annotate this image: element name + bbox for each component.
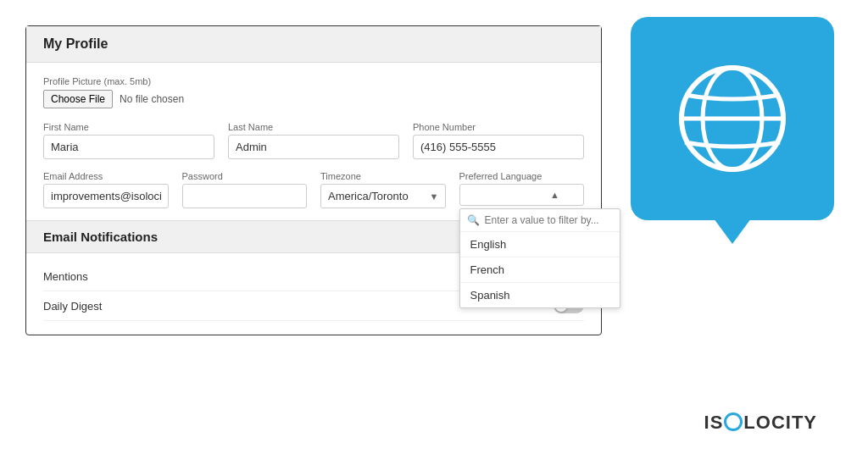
logo-text-iso: IS — [704, 412, 724, 433]
timezone-select[interactable]: America/Toronto America/New_York America… — [320, 184, 446, 208]
no-file-text: No file chosen — [120, 93, 184, 105]
phone-input[interactable] — [413, 135, 584, 159]
globe-bubble — [631, 17, 834, 220]
last-name-input[interactable] — [228, 135, 399, 159]
globe-icon — [665, 51, 800, 186]
email-label: Email Address — [43, 171, 169, 181]
search-icon: 🔍 — [467, 214, 480, 226]
card-body: Profile Picture (max. 5mb) Choose File N… — [26, 63, 601, 335]
email-input[interactable] — [43, 184, 169, 208]
language-search-container: 🔍 — [460, 209, 620, 232]
language-chevron-icon: ▲ — [550, 190, 559, 200]
profile-picture-label: Profile Picture (max. 5mb) — [43, 76, 584, 86]
preferred-language-label: Preferred Language — [459, 171, 585, 181]
choose-file-button[interactable]: Choose File — [43, 90, 113, 108]
isolocity-logo: ISLOCITY — [704, 411, 817, 434]
email-group: Email Address — [43, 171, 169, 208]
password-input[interactable] — [182, 184, 308, 208]
mentions-label: Mentions — [43, 270, 88, 283]
last-name-group: Last Name — [228, 122, 399, 159]
language-option-english[interactable]: English — [460, 232, 620, 257]
language-option-spanish[interactable]: Spanish — [460, 283, 620, 307]
first-name-label: First Name — [43, 122, 214, 132]
language-search-input[interactable] — [485, 214, 613, 226]
preferred-language-trigger[interactable]: ▲ — [459, 184, 585, 206]
timezone-select-wrapper: America/Toronto America/New_York America… — [320, 184, 446, 208]
profile-card: My Profile Profile Picture (max. 5mb) Ch… — [25, 25, 602, 335]
language-dropdown: 🔍 English French Spanish — [459, 208, 620, 308]
last-name-label: Last Name — [228, 122, 399, 132]
card-header: My Profile — [26, 26, 601, 63]
first-name-input[interactable] — [43, 135, 214, 159]
daily-digest-label: Daily Digest — [43, 300, 102, 313]
preferred-language-group: Preferred Language ▲ 🔍 English French Sp… — [459, 171, 585, 208]
form-row-1: First Name Last Name Phone Number — [43, 122, 584, 159]
file-input-row: Choose File No file chosen — [43, 90, 584, 108]
logo-text-locity: LOCITY — [743, 412, 817, 433]
first-name-group: First Name — [43, 122, 214, 159]
logo-o-icon — [724, 412, 743, 431]
page-title: My Profile — [43, 36, 584, 52]
timezone-label: Timezone — [320, 171, 446, 181]
language-option-french[interactable]: French — [460, 257, 620, 283]
profile-picture-section: Profile Picture (max. 5mb) Choose File N… — [43, 76, 584, 108]
phone-group: Phone Number — [413, 122, 584, 159]
timezone-group: Timezone America/Toronto America/New_Yor… — [320, 171, 446, 208]
phone-label: Phone Number — [413, 122, 584, 132]
form-row-2: Email Address Password Timezone America/… — [43, 171, 584, 208]
password-group: Password — [182, 171, 308, 208]
password-label: Password — [182, 171, 308, 181]
